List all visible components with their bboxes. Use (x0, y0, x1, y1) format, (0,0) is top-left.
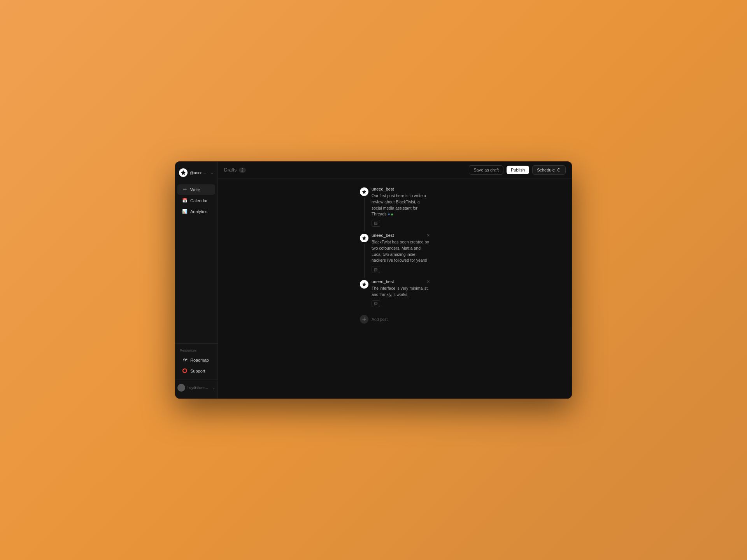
post-item: uneed_best Our first post here is to wri… (360, 187, 430, 233)
main-content: Drafts 2 Save as draft Publish Schedule … (218, 161, 572, 399)
post-media-button-3[interactable]: 🖼 (372, 300, 380, 307)
sidebar-item-calendar[interactable]: 📅 Calendar (177, 195, 215, 206)
topbar-actions: Save as draft Publish Schedule ⏱ (469, 165, 566, 175)
post-left-1 (360, 187, 368, 231)
nav-section: ✏ Write 📅 Calendar 📊 Analytics (175, 182, 217, 343)
post-header-1: uneed_best (372, 187, 430, 191)
sidebar-item-support-label: Support (190, 369, 205, 373)
account-name: @uneed_best (190, 171, 208, 175)
drafts-count: 2 (239, 168, 246, 173)
add-post-icon[interactable] (360, 315, 368, 324)
svg-marker-2 (362, 236, 366, 240)
post-left-3 (360, 279, 368, 312)
calendar-icon: 📅 (182, 198, 188, 203)
sidebar-item-roadmap-label: Roadmap (190, 358, 209, 362)
footer-user-avatar (177, 384, 185, 392)
chevron-down-icon: ⌄ (210, 171, 214, 175)
post-content-3: uneed_best ✕ The interface is very minim… (372, 279, 430, 312)
resources-section: Resources 🗺 Roadmap ⭕ Support (175, 343, 217, 380)
post-text-1[interactable]: Our first post here is to write a review… (372, 193, 430, 217)
post-content-1: uneed_best Our first post here is to wri… (372, 187, 430, 231)
post-username-2: uneed_best (372, 233, 394, 238)
topbar: Drafts 2 Save as draft Publish Schedule … (218, 161, 572, 179)
post-content-2: uneed_best ✕ BlackTwist has been created… (372, 233, 430, 278)
sidebar-footer[interactable]: hey@thomas-sardis.com ⌄ (175, 380, 217, 394)
post-text-2[interactable]: BlackTwist has been created by two cofou… (372, 239, 430, 264)
sidebar-item-write[interactable]: ✏ Write (177, 184, 215, 195)
sidebar-item-analytics[interactable]: 📊 Analytics (177, 206, 215, 217)
analytics-icon: 📊 (182, 209, 188, 214)
svg-marker-1 (362, 190, 366, 194)
post-media-button-1[interactable]: 🖼 (372, 220, 380, 227)
post-username-1: uneed_best (372, 187, 394, 191)
resources-title: Resources (175, 347, 217, 355)
sidebar-item-roadmap[interactable]: 🗺 Roadmap (177, 355, 215, 365)
account-avatar (179, 168, 188, 177)
roadmap-icon: 🗺 (182, 358, 188, 362)
support-icon: ⭕ (182, 368, 188, 373)
post-text-3[interactable]: The interface is very minimalist, and fr… (372, 285, 430, 298)
post-media-button-2[interactable]: 🖼 (372, 266, 380, 273)
save-draft-button[interactable]: Save as draft (469, 165, 503, 175)
post-item-2: uneed_best ✕ BlackTwist has been created… (360, 233, 430, 279)
thread-line-2 (364, 244, 365, 278)
post-avatar-1 (360, 187, 368, 196)
text-cursor (408, 292, 408, 297)
write-icon: ✏ (182, 187, 188, 192)
schedule-button[interactable]: Schedule ⏱ (532, 165, 566, 175)
post-left-2 (360, 233, 368, 278)
svg-marker-0 (181, 170, 186, 175)
account-switcher[interactable]: @uneed_best ⌄ (175, 166, 217, 182)
thread-line-1 (364, 198, 365, 231)
publish-button[interactable]: Publish (507, 166, 529, 174)
sidebar-item-calendar-label: Calendar (190, 198, 208, 203)
post-username-3: uneed_best (372, 279, 394, 284)
sidebar-item-write-label: Write (190, 187, 200, 192)
schedule-label: Schedule (537, 168, 555, 172)
sidebar-item-support[interactable]: ⭕ Support (177, 366, 215, 376)
post-close-button-3[interactable]: ✕ (426, 280, 430, 284)
schedule-icon: ⏱ (557, 168, 561, 172)
sidebar-item-analytics-label: Analytics (190, 209, 207, 214)
post-close-button-2[interactable]: ✕ (426, 233, 430, 238)
footer-chevron-icon: ⌄ (212, 386, 215, 390)
post-item-3: uneed_best ✕ The interface is very minim… (360, 279, 430, 313)
post-avatar-3 (360, 280, 368, 289)
post-header-2: uneed_best ✕ (372, 233, 430, 238)
post-header-3: uneed_best ✕ (372, 279, 430, 284)
svg-marker-3 (362, 282, 366, 286)
sidebar: @uneed_best ⌄ ✏ Write 📅 Calendar 📊 Analy… (175, 161, 218, 399)
post-avatar-2 (360, 234, 368, 242)
add-post-row[interactable]: Add post (360, 313, 430, 324)
app-window: @uneed_best ⌄ ✏ Write 📅 Calendar 📊 Analy… (175, 161, 572, 399)
footer-email: hey@thomas-sardis.com (188, 386, 210, 390)
add-post-label[interactable]: Add post (372, 317, 388, 322)
posts-thread: uneed_best Our first post here is to wri… (360, 187, 430, 324)
drafts-label: Drafts (224, 167, 237, 173)
posts-area: uneed_best Our first post here is to wri… (218, 179, 572, 399)
drafts-badge: Drafts 2 (224, 167, 246, 173)
